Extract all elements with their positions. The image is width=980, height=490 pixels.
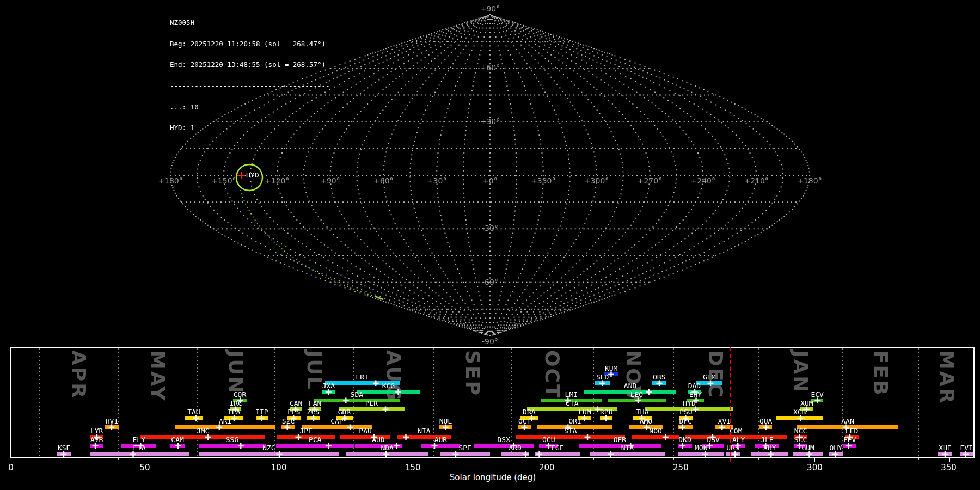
shower-peak-marker: + [172, 440, 184, 451]
x-axis-tick [11, 458, 11, 462]
month-label: SEP [462, 350, 484, 397]
equator-longitude-label: +150° [206, 176, 241, 185]
shower-peak-marker: + [829, 448, 841, 459]
x-axis-tick-label: 250 [664, 463, 697, 473]
equator-longitude-label: +210° [739, 176, 774, 185]
shower-peak-marker: + [340, 395, 352, 406]
month-minor-tick [434, 458, 434, 460]
equator-longitude-label: +240° [685, 176, 720, 185]
equator-longitude-label: +0° [473, 176, 507, 185]
observation-begin: Beg: 20251220 11:20:58 (sol = 268.47°) [170, 41, 330, 48]
month-minor-tick [198, 458, 198, 460]
shower-peak-marker: + [370, 377, 382, 388]
equator-longitude-label: +120° [260, 176, 295, 185]
shower-peak-marker: + [534, 448, 546, 459]
shower-peak-marker: + [641, 421, 653, 432]
shower-peak-marker: + [624, 440, 636, 451]
shower-peak-marker: + [439, 421, 451, 432]
shower-peak-marker: + [578, 412, 590, 423]
shower-peak-marker: + [562, 421, 574, 432]
shower-peak-marker: + [632, 395, 644, 406]
shower-peak-marker: + [659, 431, 671, 442]
x-axis-tick-label: 50 [128, 463, 161, 473]
shower-peak-marker: + [213, 421, 225, 432]
x-axis-tick [547, 458, 547, 462]
current-sol-line [730, 347, 731, 463]
shower-peak-marker: + [653, 377, 665, 388]
shower-peak-marker: + [518, 421, 530, 432]
shower-peak-marker: + [58, 448, 70, 459]
shower-peak-marker: + [202, 431, 214, 442]
x-axis-tick-label: 300 [798, 463, 831, 473]
month-minor-tick [673, 458, 674, 460]
shower-peak-marker: + [677, 440, 689, 451]
latitude-label: +90° [473, 4, 507, 13]
shower-peak-marker: + [842, 440, 854, 451]
equator-longitude-label: +90° [313, 176, 347, 185]
shower-peak-marker: + [705, 377, 716, 388]
shower-peak-marker: + [939, 448, 951, 459]
month-minor-tick [593, 458, 594, 460]
shower-peak-marker: + [368, 431, 380, 442]
shower-peak-marker: + [255, 412, 267, 423]
x-axis-tick-label: 0 [0, 463, 27, 473]
sporadic-count: ...: 10 [170, 104, 330, 111]
radiant-label: HYD [246, 171, 259, 179]
x-axis-tick-label: 200 [530, 463, 563, 473]
meteor-radiant-screen: NZ005H Beg: 20251220 11:20:58 (sol = 268… [0, 0, 980, 490]
month-gridline [918, 348, 919, 456]
shower-peak-marker: + [812, 395, 824, 406]
shower-peak-marker: + [519, 448, 531, 459]
equator-longitude-label: +30° [419, 176, 454, 185]
shower-peak-marker: + [190, 412, 202, 423]
shower-peak-marker: + [960, 448, 972, 459]
x-axis-tick [814, 458, 815, 462]
shower-peak-marker: + [390, 440, 402, 451]
month-gridline [118, 348, 119, 456]
separator-line: --------------------------------------- [170, 83, 330, 90]
month-minor-tick [843, 458, 843, 460]
month-minor-tick [354, 458, 354, 460]
shower-peak-marker: + [292, 431, 304, 442]
shower-peak-marker: + [235, 440, 247, 451]
month-minor-tick [512, 458, 512, 460]
shower-peak-marker: + [643, 386, 655, 397]
x-axis-tick [279, 458, 279, 462]
month-minor-tick [758, 458, 759, 460]
shower-peak-marker: + [804, 448, 816, 459]
shower-peak-marker: + [450, 448, 462, 459]
month-gridline [197, 348, 198, 456]
equator-longitude-label: +180° [792, 176, 827, 185]
shower-peak-marker: + [729, 448, 741, 459]
latitude-label: +60° [473, 63, 507, 72]
equator-longitude-label: +330° [526, 176, 561, 185]
month-label: JAN [789, 350, 812, 394]
month-label: APR [68, 350, 90, 400]
equator-longitude-label: +270° [632, 176, 667, 185]
month-gridline [39, 348, 40, 456]
shower-peak-marker: + [428, 440, 440, 451]
shower-peak-marker: + [322, 386, 334, 397]
equator-longitude-label: +180° [153, 176, 188, 185]
x-axis-tick-label: 350 [933, 463, 965, 473]
equator-longitude-label: +300° [579, 176, 614, 185]
station-id: NZ005H [170, 20, 330, 27]
shower-peak-marker: + [760, 421, 772, 432]
shower-peak-marker: + [562, 395, 574, 406]
shower-peak-marker: + [273, 448, 285, 459]
shower-peak-marker: + [322, 440, 334, 451]
shower-peak-marker: + [604, 448, 616, 459]
shower-peak-marker: + [596, 377, 608, 388]
shower-peak-marker: + [380, 448, 392, 459]
month-minor-tick [118, 458, 119, 460]
shower-bar [440, 452, 491, 456]
shower-peak-marker: + [794, 412, 806, 423]
shower-bar [90, 452, 189, 456]
shower-count: HYD: 1 [170, 125, 330, 132]
latitude-label: -90° [473, 337, 507, 346]
shower-peak-marker: + [127, 448, 139, 459]
month-gridline [274, 348, 275, 456]
shower-peak-marker: + [308, 412, 320, 423]
latitude-label: -30° [473, 224, 507, 232]
shower-peak-marker: + [507, 440, 519, 451]
